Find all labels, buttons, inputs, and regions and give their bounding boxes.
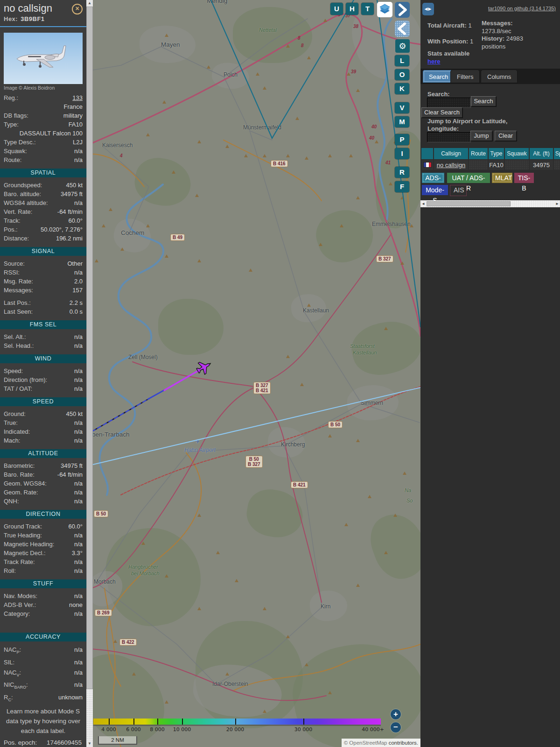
scrollbar-up-icon[interactable]: ▲ [86,0,93,7]
detail-row: DB flags:military [0,111,86,120]
table-cell[interactable]: FA10 [489,160,504,170]
column-header-flag[interactable] [421,148,433,159]
table-cell[interactable]: 34975 [530,160,553,170]
pos-epoch-row: Pos. epoch: 1746609455 [0,739,86,746]
legend-tick [182,719,183,725]
search-button[interactable]: Search [471,96,496,106]
map-canvas[interactable]: MendigMayenNettetalPolchMünstermaifeldKa… [93,0,420,747]
detail-value: 157 [36,286,83,295]
filter-chip-tis-b[interactable]: TIS-B [514,173,534,183]
detail-row: Vert. Rate:-64 ft/min [0,207,86,216]
detail-row: Geom. Rate:n/a [0,488,86,497]
map-button-O[interactable]: O [395,69,409,80]
filter-chip-ais[interactable]: AIS [450,185,467,196]
filter-chip-ads-b[interactable]: ADS-B [422,173,444,183]
map-button-U[interactable]: U [330,3,343,15]
scroll-right-icon[interactable]: ► [554,200,560,207]
tab-search[interactable]: Search [422,70,455,83]
column-header-Speed[interactable]: Speed [554,148,560,159]
aircraft-icon[interactable] [195,358,214,376]
map-button-H[interactable]: H [346,3,358,15]
aircraft-trail-blue [148,390,165,399]
map-button-M[interactable]: M [395,116,409,127]
clear-search-button[interactable]: Clear Search [421,107,462,118]
detail-row: NACV:n/a [0,668,86,680]
column-header-Callsign[interactable]: Callsign [434,148,468,159]
close-icon[interactable]: × [72,4,83,14]
map-button-P[interactable]: P [395,134,409,145]
filter-chip-uat-ads-r[interactable]: UAT / ADS-R [447,173,490,183]
detail-row: SIL:n/a [0,657,86,668]
hscroll-thumb[interactable] [427,201,511,206]
scrollbar-down-icon[interactable]: ▼ [86,740,93,747]
table-row[interactable]: no callsignFA1034975 [421,159,560,170]
table-horizontal-scrollbar[interactable]: ◄ ► [420,200,560,207]
github-link[interactable]: tar1090 on github (3.14.1735) [488,6,556,11]
detail-value: n/a [57,540,83,549]
detail-value: 450 kt [45,181,83,190]
map-button-F[interactable]: F [395,181,409,192]
aircraft-photo[interactable] [4,33,83,84]
tab-filters[interactable]: Filters [450,70,480,83]
detail-row: Nav. Modes:n/a [0,592,86,600]
detail-row: Messages:157 [0,286,86,295]
history-value: 24983 [506,35,523,42]
road-number: 41 [385,160,391,165]
clear-jump-button[interactable]: Clear [495,131,517,141]
zoom-out-button[interactable]: − [391,722,401,733]
filter-chip-mlat[interactable]: MLAT [492,173,512,183]
map-button-V[interactable]: V [395,102,409,113]
jump-input[interactable] [427,132,471,142]
left-panel-scrollbar[interactable]: ▲ ▼ [86,0,93,747]
tab-columns[interactable]: Columns [481,70,518,83]
detail-value: military [31,111,83,120]
map-button-I[interactable]: I [395,148,409,159]
prev-aircraft-button[interactable] [395,21,410,37]
section-header-signal: SIGNAL [0,247,86,256]
filter-chip-mode-s[interactable]: Mode-S [422,185,448,195]
detail-value: n/a [21,418,83,427]
detail-value: -64 ft/min [35,207,83,216]
stats-here-link[interactable]: here [427,58,440,65]
table-cell[interactable] [554,160,560,170]
map-button-R[interactable]: R [395,167,409,178]
scroll-left-icon[interactable]: ◄ [420,200,426,207]
detail-row: Indicated:n/a [0,427,86,436]
column-header-Squawk[interactable]: Squawk [505,148,529,159]
settings-button[interactable]: ⚙ [395,39,410,53]
column-header-Alt. (ft)[interactable]: Alt. (ft) [530,148,553,159]
zoom-in-button[interactable]: + [391,709,401,719]
map-button-T[interactable]: T [361,3,374,15]
map-button-L[interactable]: L [395,55,409,66]
column-header-Type[interactable]: Type [489,148,504,159]
next-aircraft-button[interactable] [395,2,410,18]
with-position-stat: With Position: 1 [427,38,473,45]
scrollbar-thumb[interactable] [86,7,93,689]
detail-row: Msg. Rate:2.0 [0,277,86,286]
table-cell[interactable] [469,160,488,170]
selected-aircraft-panel: no callsign Hex:3B9BF1 × [0,0,86,747]
map-attribution: © OpenStreetMap contributors. [342,739,420,747]
selected-callsign: no callsign [4,2,83,14]
column-header-Route[interactable]: Route [469,148,488,159]
section-header-speed: SPEED [0,397,86,406]
detail-row: NACP:n/a [0,645,86,657]
panel-expand-button[interactable]: ◀▶ [422,3,434,15]
map-button-K[interactable]: K [395,83,409,94]
pos-epoch-label: Pos. epoch: [4,739,37,746]
aircraft-table: CallsignRouteTypeSquawkAlt. (ft)Speedno … [421,148,560,170]
cell-callsign[interactable]: no callsign [434,160,468,170]
detail-row: Category:n/a [0,609,86,618]
messages-stat: Messages: 1273.8/sec [482,19,512,35]
jump-button[interactable]: Jump [470,131,492,141]
table-cell[interactable] [421,160,433,170]
table-cell[interactable] [505,160,529,170]
attribution-osm[interactable]: © OpenStreetMap [344,740,389,746]
detail-row: DASSAULT Falcon 100 [0,129,86,138]
selected-hex: Hex:3B9BF1 [4,14,83,23]
layers-button[interactable] [377,2,392,17]
detail-value[interactable]: 133 [21,93,83,102]
road-number: 4 [120,153,123,158]
detail-value: n/a [24,645,83,657]
search-input[interactable] [427,98,471,108]
